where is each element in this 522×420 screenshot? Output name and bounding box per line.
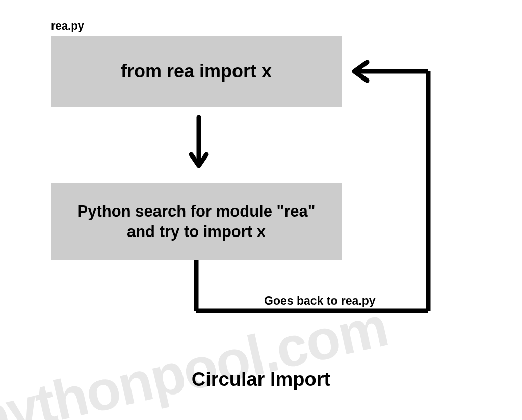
diagram-container: rea.py from rea import x Python search f… [0,0,522,420]
diagram-title: Circular Import [0,369,522,390]
loop-label: Goes back to rea.py [264,294,376,308]
filename-label: rea.py [51,19,84,33]
loop-arrow-icon [194,56,449,323]
